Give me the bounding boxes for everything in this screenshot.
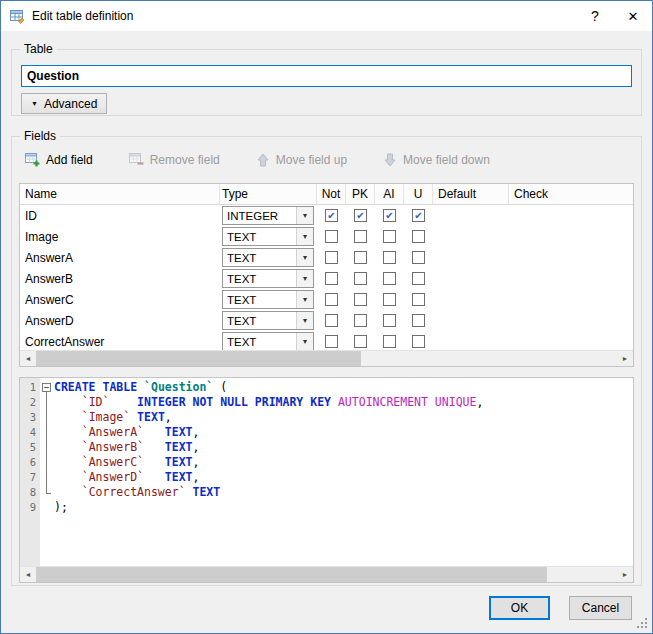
- line-number: 8: [20, 485, 40, 500]
- column-header-autoincrement[interactable]: AI: [375, 184, 404, 204]
- field-row[interactable]: ImageTEXT▾: [20, 226, 633, 247]
- scrollbar-thumb[interactable]: [36, 567, 547, 582]
- fold-margin: [40, 470, 54, 485]
- unique-checkbox[interactable]: [412, 293, 425, 306]
- field-type-select[interactable]: TEXT▾: [222, 269, 314, 288]
- primary-key-checkbox[interactable]: [354, 335, 367, 348]
- field-row[interactable]: AnswerCTEXT▾: [20, 289, 633, 310]
- table-group-label: Table: [20, 42, 57, 56]
- autoincrement-checkbox[interactable]: [383, 335, 396, 348]
- not-null-checkbox[interactable]: [325, 314, 338, 327]
- column-header-name[interactable]: Name: [20, 184, 220, 204]
- column-header-default[interactable]: Default: [433, 184, 509, 204]
- field-name[interactable]: ID: [20, 209, 220, 223]
- add-field-button[interactable]: Add field: [21, 150, 97, 169]
- scrollbar-track[interactable]: [36, 351, 617, 366]
- scrollbar-track[interactable]: [36, 567, 617, 582]
- primary-key-checkbox[interactable]: [354, 230, 367, 243]
- scroll-right-arrow[interactable]: ►: [617, 351, 633, 366]
- field-row[interactable]: AnswerBTEXT▾: [20, 268, 633, 289]
- autoincrement-checkbox[interactable]: ✔: [383, 209, 396, 222]
- scrollbar-thumb[interactable]: [36, 351, 361, 366]
- sql-line: 5 `AnswerB` TEXT,: [20, 440, 633, 455]
- sql-line: 8 `CorrectAnswer` TEXT: [20, 485, 633, 500]
- column-header-check[interactable]: Check: [509, 184, 633, 204]
- autoincrement-checkbox[interactable]: [383, 272, 396, 285]
- scroll-left-arrow[interactable]: ◄: [20, 567, 36, 582]
- unique-checkbox[interactable]: [412, 314, 425, 327]
- scroll-right-arrow[interactable]: ►: [617, 567, 633, 582]
- primary-key-checkbox[interactable]: [354, 314, 367, 327]
- move-field-up-label: Move field up: [276, 153, 347, 167]
- line-number: 3: [20, 410, 40, 425]
- field-row[interactable]: CorrectAnswerTEXT▾: [20, 331, 633, 352]
- field-name[interactable]: AnswerA: [20, 251, 220, 265]
- unique-checkbox[interactable]: ✔: [412, 209, 425, 222]
- scroll-left-arrow[interactable]: ◄: [20, 351, 36, 366]
- primary-key-checkbox[interactable]: [354, 272, 367, 285]
- field-type-select[interactable]: INTEGER▾: [222, 206, 314, 225]
- field-type-select[interactable]: TEXT▾: [222, 332, 314, 351]
- advanced-button-label: Advanced: [44, 97, 97, 111]
- fold-margin: [40, 485, 54, 500]
- column-header-unique[interactable]: U: [404, 184, 433, 204]
- add-field-label: Add field: [46, 153, 93, 167]
- primary-key-checkbox[interactable]: [354, 293, 367, 306]
- titlebar[interactable]: Edit table definition ? ✕: [1, 1, 652, 31]
- table-group: Table ▼ Advanced: [11, 49, 642, 116]
- ok-button[interactable]: OK: [489, 596, 550, 620]
- not-null-checkbox[interactable]: [325, 251, 338, 264]
- field-row[interactable]: AnswerATEXT▾: [20, 247, 633, 268]
- unique-checkbox[interactable]: [412, 272, 425, 285]
- field-name[interactable]: AnswerC: [20, 293, 220, 307]
- field-name[interactable]: CorrectAnswer: [20, 335, 220, 349]
- fold-margin: [40, 455, 54, 470]
- field-name[interactable]: Image: [20, 230, 220, 244]
- field-name[interactable]: AnswerB: [20, 272, 220, 286]
- autoincrement-checkbox[interactable]: [383, 251, 396, 264]
- advanced-button[interactable]: ▼ Advanced: [21, 93, 107, 114]
- field-type-value: TEXT: [223, 252, 296, 264]
- primary-key-checkbox[interactable]: ✔: [354, 209, 367, 222]
- unique-checkbox[interactable]: [412, 230, 425, 243]
- not-null-checkbox[interactable]: [325, 293, 338, 306]
- dialog-title: Edit table definition: [32, 9, 133, 23]
- cancel-button[interactable]: Cancel: [569, 596, 632, 620]
- remove-field-icon: [129, 152, 144, 167]
- fields-rows: IDINTEGER▾✔✔✔✔ImageTEXT▾AnswerATEXT▾Answ…: [20, 205, 633, 352]
- sql-horizontal-scrollbar[interactable]: ◄ ►: [20, 566, 633, 582]
- sql-line: 1−CREATE TABLE `Question` (: [20, 380, 633, 395]
- sql-line: 6 `AnswerC` TEXT,: [20, 455, 633, 470]
- field-row[interactable]: AnswerDTEXT▾: [20, 310, 633, 331]
- autoincrement-checkbox[interactable]: [383, 314, 396, 327]
- field-type-select[interactable]: TEXT▾: [222, 290, 314, 309]
- sql-editor[interactable]: 1−CREATE TABLE `Question` (2 `ID` INTEGE…: [19, 377, 634, 583]
- autoincrement-checkbox[interactable]: [383, 230, 396, 243]
- unique-checkbox[interactable]: [412, 335, 425, 348]
- table-name-input[interactable]: [21, 65, 632, 87]
- column-header-primary-key[interactable]: PK: [346, 184, 375, 204]
- column-header-not-null[interactable]: Not: [317, 184, 346, 204]
- field-type-select[interactable]: TEXT▾: [222, 311, 314, 330]
- field-name[interactable]: AnswerD: [20, 314, 220, 328]
- not-null-checkbox[interactable]: [325, 230, 338, 243]
- resize-grip[interactable]: [637, 618, 649, 630]
- sql-code-text: `AnswerD` TEXT,: [54, 470, 199, 485]
- field-type-select[interactable]: TEXT▾: [222, 227, 314, 246]
- unique-checkbox[interactable]: [412, 251, 425, 264]
- line-number: 1: [20, 380, 40, 395]
- field-type-select[interactable]: TEXT▾: [222, 248, 314, 267]
- not-null-checkbox[interactable]: [325, 335, 338, 348]
- fold-marker[interactable]: −: [40, 380, 54, 395]
- move-field-up-button: Move field up: [252, 151, 351, 169]
- field-type-value: TEXT: [223, 336, 296, 348]
- primary-key-checkbox[interactable]: [354, 251, 367, 264]
- help-button[interactable]: ?: [576, 1, 614, 31]
- not-null-checkbox[interactable]: [325, 272, 338, 285]
- field-row[interactable]: IDINTEGER▾✔✔✔✔: [20, 205, 633, 226]
- fields-horizontal-scrollbar[interactable]: ◄ ►: [20, 350, 633, 366]
- autoincrement-checkbox[interactable]: [383, 293, 396, 306]
- column-header-type[interactable]: Type: [220, 184, 317, 204]
- close-button[interactable]: ✕: [614, 1, 652, 31]
- not-null-checkbox[interactable]: ✔: [325, 209, 338, 222]
